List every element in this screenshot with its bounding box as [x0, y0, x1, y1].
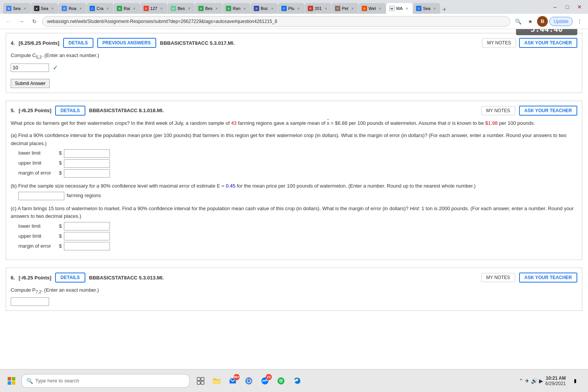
question-5-margin-input-c[interactable]: [64, 242, 110, 250]
search-icon[interactable]: 🔍: [513, 16, 523, 27]
svg-point-11: [247, 379, 250, 382]
question-5-part-b-text: (b) Find the sample size necessary for a…: [11, 182, 577, 190]
tab-13[interactable]: P Pet ×: [332, 3, 358, 14]
question-5-lower-input-a[interactable]: [64, 149, 110, 158]
tab-4[interactable]: C Cra ×: [87, 3, 113, 14]
tab-1[interactable]: S Sea ×: [3, 3, 31, 14]
question-4-ask-teacher-button[interactable]: ASK YOUR TEACHER: [519, 38, 577, 48]
profile-button[interactable]: B: [537, 16, 548, 27]
tab-5-close[interactable]: ×: [132, 6, 137, 11]
tab-16[interactable]: S Sea ×: [413, 3, 441, 14]
mail-badge: 99+: [234, 374, 240, 380]
taskbar: 🔍 Type here to search 99+: [0, 369, 588, 392]
tab-10-close[interactable]: ×: [270, 6, 275, 11]
tab-9-icon: A: [226, 6, 231, 11]
reload-button[interactable]: ↻: [29, 16, 40, 27]
battery-icon[interactable]: ▶: [539, 378, 543, 384]
question-5-farming-label: farming regions: [67, 192, 101, 200]
svg-rect-2: [8, 381, 11, 385]
task-view-icon[interactable]: [193, 372, 208, 389]
tab-10-icon: B: [254, 6, 259, 11]
menu-icon[interactable]: ⋮: [574, 16, 585, 27]
minimize-button[interactable]: –: [550, 2, 560, 12]
tab-4-close[interactable]: ×: [105, 6, 110, 11]
tab-14[interactable]: B Wel ×: [359, 3, 386, 14]
tab-11-close[interactable]: ×: [296, 6, 301, 11]
tab-7[interactable]: B Bes ×: [168, 3, 195, 14]
tab-16-icon: S: [416, 6, 421, 11]
question-5-details-button[interactable]: DETAILS: [55, 106, 85, 116]
question-6-answer-input[interactable]: [11, 297, 49, 306]
tab-10[interactable]: B Boc ×: [251, 3, 278, 14]
timer-value: 5:44:40: [519, 29, 574, 34]
question-5-my-notes-button[interactable]: MY NOTES: [481, 106, 515, 115]
question-6-ask-teacher-button[interactable]: ASK YOUR TEACHER: [519, 273, 577, 283]
clock[interactable]: 10:21 AM 6/29/2021: [546, 376, 566, 386]
spotify-icon[interactable]: [273, 372, 289, 389]
edge-icon[interactable]: [289, 372, 305, 389]
tab-3-close[interactable]: ×: [78, 6, 83, 11]
tab-6[interactable]: K 127 ×: [140, 3, 167, 14]
notification-button[interactable]: ▮: [568, 374, 582, 388]
new-tab-button[interactable]: +: [441, 6, 448, 14]
address-bar[interactable]: [42, 16, 510, 27]
tab-2-close[interactable]: ×: [50, 6, 55, 11]
tab-8[interactable]: A Bes ×: [195, 3, 222, 14]
tab-13-close[interactable]: ×: [350, 6, 355, 11]
tab-15-close[interactable]: ×: [404, 6, 410, 11]
question-4-answer-input[interactable]: [11, 64, 49, 72]
question-5-ask-teacher-button[interactable]: ASK YOUR TEACHER: [519, 106, 577, 116]
tab-12[interactable]: R 201 ×: [305, 3, 332, 14]
question-5-upper-input-a[interactable]: [64, 159, 110, 168]
tab-9[interactable]: A Ran ×: [223, 3, 250, 14]
restore-button[interactable]: □: [562, 2, 573, 12]
tab-11[interactable]: P Plu ×: [278, 3, 304, 14]
tab-14-close[interactable]: ×: [377, 6, 383, 11]
tab-1-close[interactable]: ×: [22, 6, 28, 11]
tab-5[interactable]: A Rai ×: [114, 3, 140, 14]
tab-6-close[interactable]: ×: [159, 6, 164, 11]
question-6-my-notes-button[interactable]: MY NOTES: [481, 273, 515, 282]
network-icon[interactable]: ✈: [525, 378, 529, 384]
speaker-icon[interactable]: 🔊: [531, 378, 537, 384]
chrome-icon[interactable]: [241, 372, 256, 389]
question-5-farming-input[interactable]: [18, 192, 64, 200]
main-content: 4. [6.25/6.25 Points] DETAILS PREVIOUS A…: [0, 29, 588, 369]
close-button[interactable]: ✕: [574, 2, 585, 12]
question-5-part-c: (c) A farm brings 15 tons of watermelon …: [11, 205, 577, 251]
mail-icon[interactable]: 99+: [225, 372, 240, 389]
file-explorer-icon[interactable]: [209, 372, 224, 389]
question-5-body: What price do farmers get for their wate…: [11, 119, 577, 251]
question-5-lower-input-c[interactable]: [64, 222, 110, 230]
tab-9-close[interactable]: ×: [242, 6, 247, 11]
tab-2[interactable]: X Sea ×: [31, 3, 59, 14]
forward-button[interactable]: →: [16, 16, 27, 27]
search-icon: 🔍: [26, 378, 33, 384]
messenger-icon[interactable]: 23: [257, 372, 273, 389]
tab-15-active[interactable]: W WA ×: [386, 3, 413, 14]
dollar-sign-1: $: [59, 149, 62, 157]
start-button[interactable]: [3, 372, 20, 389]
tab-5-icon: A: [117, 6, 122, 11]
search-bar[interactable]: 🔍 Type here to search: [21, 374, 190, 388]
question-4-details-button[interactable]: DETAILS: [63, 38, 93, 48]
question-4-prev-answers-button[interactable]: PREVIOUS ANSWERS: [97, 38, 156, 48]
tab-3[interactable]: R Roa ×: [59, 3, 86, 14]
tab-4-icon: C: [90, 6, 95, 11]
tab-16-close[interactable]: ×: [432, 6, 437, 11]
bookmark-icon[interactable]: ★: [525, 16, 536, 27]
question-5-upper-input-c[interactable]: [64, 232, 110, 240]
update-button[interactable]: Update: [549, 17, 573, 26]
tab-12-close[interactable]: ×: [323, 6, 328, 11]
tab-8-close[interactable]: ×: [214, 6, 219, 11]
question-6-details-button[interactable]: DETAILS: [55, 273, 85, 283]
question-4-submit-button[interactable]: Submit Answer: [11, 79, 50, 88]
chevron-up-icon[interactable]: ⌃: [519, 378, 523, 384]
question-6-points: [-/6.25 Points]: [19, 275, 51, 281]
question-5-upper-label-c: upper limit: [18, 232, 57, 240]
question-5-margin-input-a[interactable]: [64, 169, 110, 178]
x-bar-symbol: x: [327, 119, 330, 127]
back-button[interactable]: ←: [3, 16, 14, 27]
tab-7-close[interactable]: ×: [186, 6, 192, 11]
question-4-my-notes-button[interactable]: MY NOTES: [482, 38, 516, 47]
